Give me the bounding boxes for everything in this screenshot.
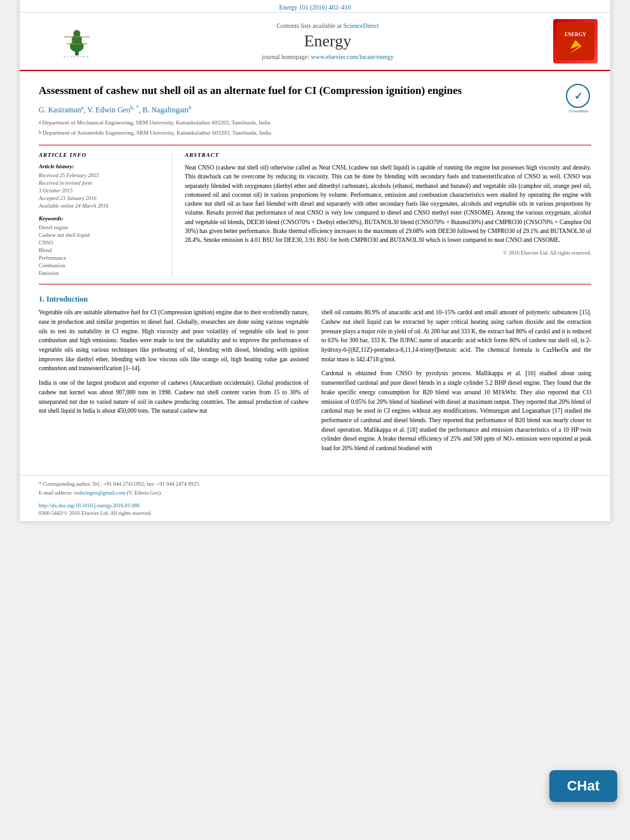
energy-journal-badge: ENERGY: [553, 19, 598, 63]
energy-badge-icon: ENERGY: [556, 22, 594, 60]
journal-citation: Energy 101 (2016) 402–410: [279, 4, 351, 11]
body-two-col: Vegetable oils are suitable alternative …: [39, 308, 591, 453]
received-revised-date: 3 October 2015: [39, 187, 164, 194]
affil-a-text: Department of Mechanical Engineering, SR…: [43, 119, 271, 128]
abstract-heading: ABSTRACT: [185, 152, 591, 158]
energy-badge-area: ENERGY: [534, 19, 598, 63]
elsevier-logo-area: ELSEVIER: [32, 25, 121, 57]
journal-homepage-line: journal homepage: www.elsevier.com/locat…: [121, 53, 534, 60]
received-date: Received 25 February 2015: [39, 172, 164, 178]
author2-sup: b, *: [130, 104, 139, 110]
abstract-text: Neat CNSO (cashew nut shell oil) otherwi…: [185, 163, 591, 244]
author2-name: V. Edwin Geo: [87, 105, 130, 114]
author1-sup: a: [81, 104, 84, 110]
article-content: ✓ CrossMark Assessment of cashew nut she…: [20, 71, 610, 475]
svg-text:ELSEVIER: ELSEVIER: [64, 56, 90, 57]
keyword5: Performance: [39, 255, 164, 261]
article-info-column: ARTICLE INFO Article history: Received 2…: [39, 152, 172, 277]
intro-para1: Vegetable oils are suitable alternative …: [39, 308, 309, 373]
journal-name: Energy: [121, 32, 534, 51]
keywords-heading: Keywords:: [39, 215, 164, 222]
keyword7: Emission: [39, 270, 164, 276]
email-note: E-mail address: vedwingeo@gmail.com (V. …: [39, 490, 591, 496]
intro-para2: India is one of the largest producer and…: [39, 378, 309, 416]
affil-b-line: b Department of Automobile Engineering, …: [39, 129, 591, 138]
introduction-section: 1. Introduction Vegetable oils are suita…: [39, 295, 591, 453]
affil-a-line: a Department of Mechanical Engineering, …: [39, 119, 591, 128]
article-info-heading: ARTICLE INFO: [39, 152, 164, 158]
body-col-left: Vegetable oils are suitable alternative …: [39, 308, 309, 453]
history-heading: Article history:: [39, 163, 164, 170]
journal-citation-bar: Energy 101 (2016) 402–410: [20, 0, 610, 13]
crossmark-badge: ✓ CrossMark: [566, 84, 591, 109]
elsevier-logo: ELSEVIER: [58, 25, 96, 57]
accepted-date: Accepted 23 January 2016: [39, 195, 164, 201]
corresponding-author-note: * Corresponding author. Tel.: +91 044 27…: [39, 481, 591, 487]
author3-sup: b: [189, 104, 192, 110]
available-date: Available online 24 March 2016: [39, 203, 164, 209]
affil-b-text: Department of Automobile Engineering, SR…: [43, 129, 271, 138]
author1-name: G. Kasiraman: [39, 105, 81, 114]
doi-link[interactable]: http://dx.doi.org/10.1016/j.energy.2016.…: [39, 502, 591, 509]
svg-text:ENERGY: ENERGY: [565, 32, 586, 37]
journal-homepage-link[interactable]: www.elsevier.com/locate/energy: [311, 53, 393, 60]
issn-line: 0360-5442/© 2016 Elsevier Ltd. All right…: [39, 510, 591, 516]
section1-title: 1. Introduction: [39, 295, 591, 304]
svg-point-3: [74, 30, 81, 37]
journal-info-center: Contents lists available at ScienceDirec…: [121, 22, 534, 60]
contents-available-line: Contents lists available at ScienceDirec…: [121, 22, 534, 29]
copyright-line: © 2016 Elsevier Ltd. All rights reserved…: [185, 250, 591, 256]
received-revised-label: Received in revised form: [39, 180, 164, 186]
crossmark-icon: ✓: [566, 84, 590, 108]
keyword4: Blend: [39, 247, 164, 253]
right-para2: Cardonal is obtained from CNSO by pyroly…: [321, 369, 591, 453]
author3-name: B. Nagalingam: [142, 105, 189, 114]
chat-button[interactable]: CHat: [549, 770, 617, 802]
crossmark-label: CrossMark: [566, 109, 591, 114]
keyword3: CNSO: [39, 239, 164, 246]
article-info-abstract-section: ARTICLE INFO Article history: Received 2…: [39, 145, 591, 284]
email-link[interactable]: vedwingeo@gmail.com: [74, 490, 125, 496]
authors-line: G. Kasiramana, V. Edwin Geob, *, B. Naga…: [39, 104, 591, 115]
keyword2: Cashew nut shell liquid: [39, 232, 164, 238]
right-para1: shell oil contains 80.9% of anacardic ac…: [321, 308, 591, 364]
affiliations: a Department of Mechanical Engineering, …: [39, 119, 591, 137]
title-area: ✓ CrossMark Assessment of cashew nut she…: [39, 84, 591, 98]
keyword1: Diesel engine: [39, 224, 164, 230]
journal-header: ELSEVIER Contents lists available at Sci…: [20, 13, 610, 71]
sciencedirect-link[interactable]: ScienceDirect: [343, 22, 379, 29]
elsevier-tree-icon: ELSEVIER: [58, 25, 96, 57]
body-col-right: shell oil contains 80.9% of anacardic ac…: [321, 308, 591, 453]
article-footer: * Corresponding author. Tel.: +91 044 27…: [20, 475, 610, 521]
keyword6: Combustion: [39, 262, 164, 269]
abstract-column: ABSTRACT Neat CNSO (cashew nut shell oil…: [185, 152, 591, 277]
article-title: Assessment of cashew nut shell oil as an…: [39, 84, 591, 98]
